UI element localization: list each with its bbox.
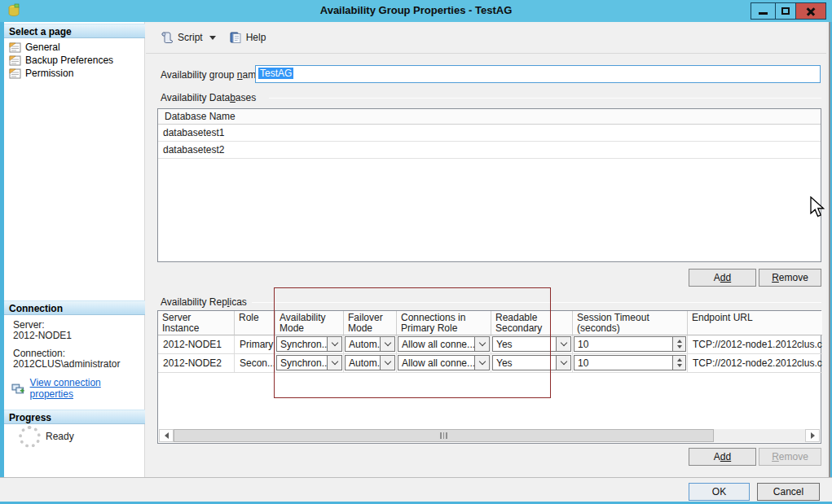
cell-readable-secondary: Yes <box>491 354 573 373</box>
session-timeout-stepper[interactable]: 10 <box>574 355 686 370</box>
chevron-down-icon[interactable] <box>556 356 570 370</box>
cell-session-timeout: 10 <box>573 335 688 354</box>
chevron-down-icon[interactable] <box>209 36 216 40</box>
property-page-icon <box>9 68 21 79</box>
cell-failover-mode: Autom... <box>344 354 397 373</box>
readable-secondary-select[interactable]: Yes <box>492 336 571 352</box>
replicas-remove-button-disabled[interactable]: Remove <box>759 448 821 466</box>
database-name-column-header[interactable]: Database Name <box>158 109 821 125</box>
table-row[interactable]: databasetest1 <box>158 125 821 142</box>
cell-availability-mode: Synchron... <box>275 335 344 354</box>
databases-add-button[interactable]: Add <box>689 269 756 287</box>
availability-mode-select[interactable]: Synchron... <box>276 336 342 352</box>
availability-databases-label: Availability Databases <box>161 92 261 103</box>
databases-remove-button[interactable]: Remove <box>759 269 821 287</box>
failover-mode-select[interactable]: Autom... <box>345 336 395 352</box>
help-button-label: Help <box>246 32 266 43</box>
cell-connections-primary-role: Allow all conne... <box>397 354 491 373</box>
group-name-label: Availability group name: <box>161 69 264 81</box>
dialog-window: Availability Group Properties - TestAG S… <box>0 0 832 504</box>
availability-mode-select[interactable]: Synchron... <box>276 355 342 370</box>
script-button-label: Script <box>178 32 203 43</box>
cell-session-timeout: 10 <box>573 354 688 373</box>
maximize-icon <box>781 7 790 15</box>
column-header-availability-mode[interactable]: AvailabilityMode <box>275 311 344 335</box>
select-a-page-header: Select a page <box>4 24 145 38</box>
sidebar-item-backup-preferences[interactable]: Backup Preferences <box>9 54 113 67</box>
chevron-down-icon[interactable] <box>327 356 341 370</box>
title-bar[interactable]: Availability Group Properties - TestAG <box>0 0 832 22</box>
column-header-failover-mode[interactable]: FailoverMode <box>344 311 397 335</box>
minimize-button[interactable] <box>751 2 776 20</box>
cancel-button[interactable]: Cancel <box>757 483 820 501</box>
replicas-add-button[interactable]: Add <box>689 448 756 466</box>
server-value: 2012-NODE1 <box>13 330 72 341</box>
window-title: Availability Group Properties - TestAG <box>0 4 832 16</box>
main-panel: Script Help Availability group name: Tes… <box>146 22 826 477</box>
sidebar: Select a page General Backup Preferences <box>4 22 145 477</box>
availability-databases-table: Database Name databasetest1 databasetest… <box>157 108 821 262</box>
cell-endpoint-url: TCP://2012-node1.2012clus.com <box>688 335 822 354</box>
script-button[interactable]: Script <box>156 28 221 46</box>
cell-role: Primary <box>235 335 275 354</box>
availability-replicas-table: ServerInstance Role AvailabilityMode Fai… <box>157 310 821 444</box>
sidebar-item-general[interactable]: General <box>9 41 60 54</box>
ok-button[interactable]: OK <box>689 483 750 501</box>
script-scroll-icon <box>161 31 174 44</box>
column-header-session-timeout[interactable]: Session Timeout(seconds) <box>573 311 688 335</box>
availability-replicas-label: Availability Replicas <box>161 296 252 308</box>
cell-connections-primary-role: Allow all conne... <box>397 335 491 354</box>
scrollbar-track[interactable] <box>714 429 805 442</box>
close-button[interactable] <box>795 2 826 20</box>
chevron-down-icon[interactable] <box>474 337 489 351</box>
connection-value: 2012CLUS\administrator <box>13 358 120 370</box>
cell-server-instance: 2012-NODE2 <box>158 354 235 373</box>
column-header-readable-secondary[interactable]: ReadableSecondary <box>491 311 573 335</box>
group-name-input[interactable]: TestAG <box>255 65 821 83</box>
help-button[interactable]: Help <box>224 28 271 46</box>
mouse-cursor-icon <box>810 196 826 221</box>
chevron-down-icon[interactable] <box>474 356 489 370</box>
footer-bar: OK Cancel <box>0 477 832 502</box>
server-label: Server: <box>13 319 45 331</box>
minimize-icon <box>759 12 768 15</box>
progress-status: Ready <box>46 431 74 442</box>
connection-header: Connection <box>4 300 145 315</box>
connections-select[interactable]: Allow all conne... <box>398 336 490 352</box>
scrollbar-thumb[interactable] <box>174 429 714 442</box>
horizontal-scrollbar[interactable] <box>159 429 820 442</box>
up-down-arrows-icon[interactable] <box>672 337 685 351</box>
selected-text: TestAG <box>258 68 293 79</box>
connection-label: Connection: <box>13 348 65 359</box>
sidebar-item-label: General <box>25 42 60 53</box>
column-header-endpoint-url[interactable]: Endpoint URL <box>688 311 822 335</box>
session-timeout-stepper[interactable]: 10 <box>574 336 686 352</box>
column-header-role[interactable]: Role <box>235 311 275 335</box>
view-connection-properties-link[interactable]: View connection properties <box>30 377 144 400</box>
column-header-connections-primary-role[interactable]: Connections inPrimary Role <box>397 311 491 335</box>
scroll-right-button[interactable] <box>805 429 820 442</box>
chevron-down-icon[interactable] <box>380 337 394 351</box>
property-page-icon <box>9 42 21 53</box>
maximize-button[interactable] <box>775 2 796 20</box>
chevron-down-icon[interactable] <box>380 356 394 370</box>
arrow-left-icon <box>165 432 169 439</box>
connections-select[interactable]: Allow all conne... <box>398 355 490 370</box>
close-icon <box>806 7 816 16</box>
help-book-icon <box>229 31 242 44</box>
cell-failover-mode: Autom... <box>344 335 397 354</box>
table-row[interactable]: databasetest2 <box>158 142 821 159</box>
failover-mode-select[interactable]: Autom... <box>345 355 395 370</box>
chevron-down-icon[interactable] <box>327 337 341 351</box>
progress-spinner-icon <box>19 426 41 448</box>
up-down-arrows-icon[interactable] <box>672 356 685 370</box>
sidebar-item-label: Backup Preferences <box>25 55 113 66</box>
column-header-server-instance[interactable]: ServerInstance <box>158 311 235 335</box>
scroll-left-button[interactable] <box>159 429 174 442</box>
view-connection-properties-row: View connection properties <box>11 377 144 400</box>
chevron-down-icon[interactable] <box>556 337 570 351</box>
toolbar: Script Help <box>146 22 826 54</box>
readable-secondary-select[interactable]: Yes <box>492 355 571 370</box>
sidebar-item-permission[interactable]: Permission <box>9 67 73 80</box>
connection-properties-icon <box>11 383 25 394</box>
